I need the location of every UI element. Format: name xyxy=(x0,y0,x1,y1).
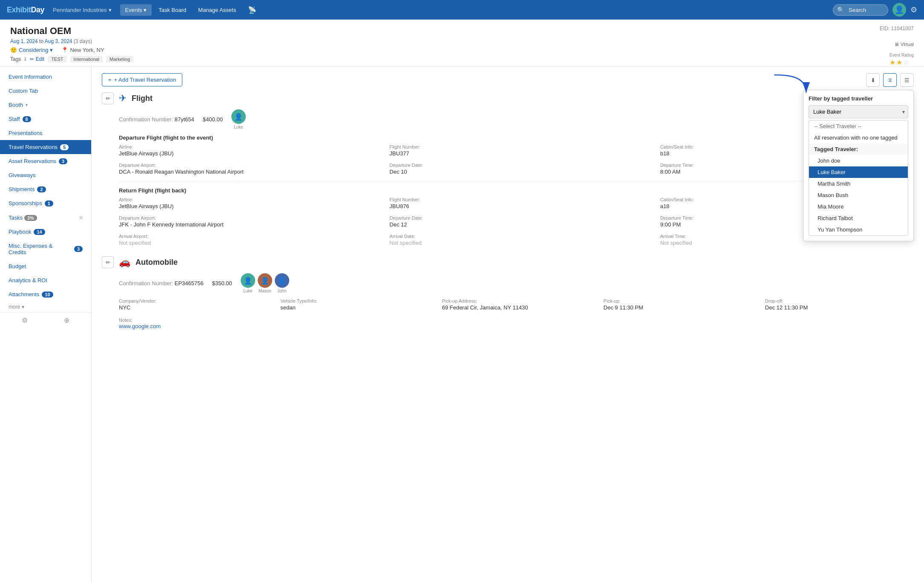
settings-icon[interactable]: ⚙ xyxy=(910,5,917,14)
user-avatar[interactable]: 👤 xyxy=(892,3,906,17)
auto-traveler-john: 👤 John xyxy=(275,273,289,293)
toolbar: ⬇ ⧖ ☰ xyxy=(866,73,914,87)
sidebar-item-budget[interactable]: Budget xyxy=(0,259,91,273)
star-2[interactable]: ★ xyxy=(896,58,902,66)
auto-vehicle-type: Vehicle Type/Info: sedan xyxy=(280,298,429,311)
return-dep-airport: Departure Airport: JFK - John F Kennedy … xyxy=(119,215,372,228)
sidebar-help-icon[interactable]: ⊕ xyxy=(64,316,69,324)
star-3[interactable]: ☆ xyxy=(903,58,909,66)
return-arr-airport: Arrival Airport: Not specified xyxy=(119,234,372,246)
sidebar-bottom: ⚙ ⊕ xyxy=(0,312,91,328)
sidebar: Event Information Custom Tab Booth ▾ Sta… xyxy=(0,66,92,582)
departure-flight-number: Flight Number: JBU377 xyxy=(389,144,643,157)
sidebar-settings-icon[interactable]: ⚙ xyxy=(22,316,28,324)
automobile-header: ✏ 🚗 Automobile xyxy=(102,256,914,268)
nav-broadcast[interactable]: 📡 xyxy=(243,3,262,17)
return-flight-section: Return Flight (flight back) Airline: Jet… xyxy=(119,187,914,246)
flight-section: ✏ ✈ Flight Confirmation Number: 87yt654 … xyxy=(102,92,914,246)
tags-edit-button[interactable]: ✏ Edit xyxy=(30,56,44,62)
sidebar-item-event-information[interactable]: Event Information xyxy=(0,70,91,84)
event-rating: Event Rating ★ ★ ☆ xyxy=(889,53,914,66)
filter-button[interactable]: ⧖ xyxy=(883,73,897,87)
sidebar-item-presentations[interactable]: Presentations xyxy=(0,126,91,140)
sidebar-item-attachments[interactable]: Attachments 10 xyxy=(0,287,91,301)
automobile-body: Confirmation Number: EP3465756 $350.00 👤… xyxy=(102,273,914,329)
automobile-edit-button[interactable]: ✏ xyxy=(102,256,114,268)
automobile-section: ✏ 🚗 Automobile Confirmation Number: EP34… xyxy=(102,256,914,329)
event-status[interactable]: 🙂 Considering ▾ xyxy=(10,47,53,53)
tag-test: TEST xyxy=(48,56,66,63)
sidebar-item-shipments[interactable]: Shipments 2 xyxy=(0,182,91,196)
sidebar-item-staff[interactable]: Staff 8 xyxy=(0,112,91,126)
filter-option-richard-talbot[interactable]: Richard Talbot xyxy=(809,212,908,224)
filter-section-tagged: Tagged Traveler: xyxy=(809,143,908,155)
departure-row-2: Departure Airport: DCA - Ronald Reagan W… xyxy=(119,163,914,175)
add-travel-reservation-button[interactable]: + + Add Travel Reservation xyxy=(102,73,182,86)
flight-divider xyxy=(119,181,914,181)
sidebar-item-sponsorships[interactable]: Sponsorships 1 xyxy=(0,196,91,210)
filter-option-john-doe[interactable]: John doe xyxy=(809,155,908,166)
app-logo[interactable]: ExhibitDay xyxy=(7,6,44,14)
filter-option-default[interactable]: -- Select Traveler -- xyxy=(809,120,908,132)
flight-header: ✏ ✈ Flight xyxy=(102,92,914,104)
list-view-button[interactable]: ☰ xyxy=(900,73,914,87)
sidebar-item-giveaways[interactable]: Giveaways xyxy=(0,168,91,182)
return-row-2: Departure Airport: JFK - John F Kennedy … xyxy=(119,215,914,228)
tasks-list-icon: ≡ xyxy=(79,214,83,221)
return-row-3: Arrival Airport: Not specified Arrival D… xyxy=(119,234,914,246)
nav-right: 🔍 Search 👤 ⚙ xyxy=(833,3,917,17)
nav-links: Events ▾ Task Board Manage Assets 📡 xyxy=(120,3,824,17)
tag-marketing: Marketing xyxy=(106,56,133,63)
tags-info-icon[interactable]: ℹ xyxy=(24,56,26,62)
nav-task-board[interactable]: Task Board xyxy=(153,4,191,16)
filter-option-no-one[interactable]: All reservation with no one tagged xyxy=(809,132,908,143)
nav-events[interactable]: Events ▾ xyxy=(120,4,152,16)
filter-option-martha-smith[interactable]: Martha Smith xyxy=(809,178,908,189)
event-location: 📍 New York, NY xyxy=(61,47,104,53)
return-dep-date: Departure Date: Dec 12 xyxy=(389,215,643,228)
sidebar-more[interactable]: more ▾ xyxy=(0,301,91,312)
filter-option-mia-moore[interactable]: Mia Moore xyxy=(809,201,908,212)
sidebar-item-misc-expenses[interactable]: Misc. Expenses & Credits 3 xyxy=(0,239,91,259)
return-airline: Airline: JetBlue Airways (JBU) xyxy=(119,197,372,209)
nav-manage-assets[interactable]: Manage Assets xyxy=(193,4,241,16)
filter-option-luke-baker[interactable]: Luke Baker xyxy=(809,166,908,178)
return-arr-date: Arrival Date: Not specified xyxy=(389,234,643,246)
return-row-1: Airline: JetBlue Airways (JBU) Flight Nu… xyxy=(119,197,914,209)
flight-traveler-luke: 👤 Luke xyxy=(231,109,246,129)
departure-airport: Departure Airport: DCA - Ronald Reagan W… xyxy=(119,163,372,175)
sidebar-item-analytics[interactable]: Analytics & ROI xyxy=(0,273,91,287)
auto-notes-link[interactable]: www.google.com xyxy=(119,323,914,329)
main-layout: Event Information Custom Tab Booth ▾ Sta… xyxy=(0,66,924,582)
flight-travelers: 👤 Luke xyxy=(231,109,246,129)
event-id: EID: 11041007 xyxy=(880,26,914,31)
sidebar-item-travel-reservations[interactable]: Travel Reservations 5 xyxy=(0,140,91,154)
flight-edit-button[interactable]: ✏ xyxy=(102,92,114,104)
filter-traveler-select[interactable]: Luke Baker xyxy=(809,105,908,118)
departure-date: Departure Date: Dec 10 xyxy=(389,163,643,175)
search-button[interactable]: Search xyxy=(833,4,888,16)
auto-vendor: Company/Vendor: NYC xyxy=(119,298,268,311)
auto-conf-row: Confirmation Number: EP3465756 $350.00 👤… xyxy=(119,273,914,293)
tag-international: International xyxy=(70,56,103,63)
sidebar-item-asset-reservations[interactable]: Asset Reservations 3 xyxy=(0,154,91,168)
filter-options-list: -- Select Traveler -- All reservation wi… xyxy=(809,120,908,236)
event-dates: Aug 1, 2024 to Aug 3, 2024 (3 days) xyxy=(10,38,914,44)
auto-dropoff-time: Drop-off: Dec 12 11:30 PM xyxy=(765,298,914,311)
flight-conf-row: Confirmation Number: 87yt654 $400.00 👤 L… xyxy=(119,109,914,129)
org-selector[interactable]: Pennlander Industries ▾ xyxy=(53,7,111,13)
sidebar-item-custom-tab[interactable]: Custom Tab xyxy=(0,84,91,98)
filter-option-yu-yan[interactable]: Yu Yan Thompson xyxy=(809,224,908,235)
page-header: National OEM EID: 11041007 Aug 1, 2024 t… xyxy=(0,20,924,66)
departure-airline: Airline: JetBlue Airways (JBU) xyxy=(119,144,372,157)
filter-dropdown: Filter by tagged traveller Luke Baker ▾ … xyxy=(803,90,914,241)
flight-icon: ✈ xyxy=(119,93,127,104)
filter-option-mason-bush[interactable]: Mason Bush xyxy=(809,189,908,201)
sidebar-item-playbook[interactable]: Playbook 14 xyxy=(0,225,91,239)
return-flight-number: Flight Number: JBU876 xyxy=(389,197,643,209)
star-1[interactable]: ★ xyxy=(889,58,895,66)
download-button[interactable]: ⬇ xyxy=(866,73,880,87)
sidebar-item-booth[interactable]: Booth ▾ xyxy=(0,98,91,112)
sidebar-item-tasks[interactable]: Tasks 3% ≡ xyxy=(0,210,91,225)
departure-flight-section: Departure Flight (flight to the event) A… xyxy=(119,135,914,175)
